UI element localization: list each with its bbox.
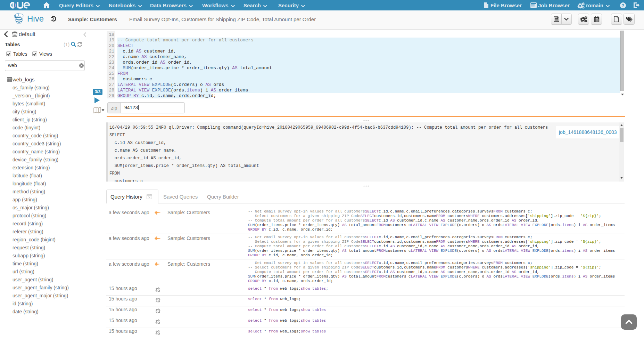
svg-text:?: ? — [622, 3, 624, 8]
